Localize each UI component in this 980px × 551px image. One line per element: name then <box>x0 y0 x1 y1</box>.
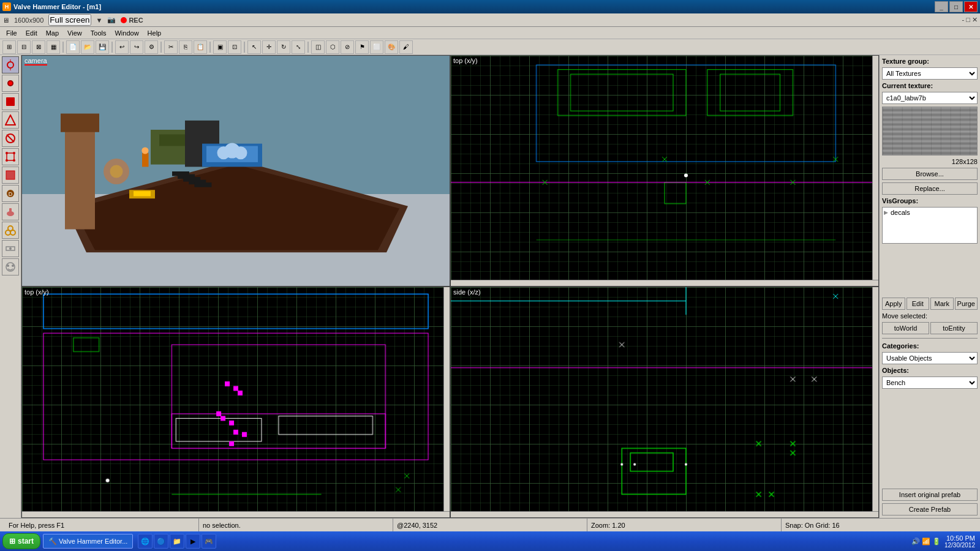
mark-button[interactable]: Mark <box>930 298 954 310</box>
browse-button[interactable]: Browse... <box>882 168 978 180</box>
tool-decal[interactable]: D <box>2 185 19 202</box>
toolbar-paste[interactable]: 📋 <box>194 40 207 54</box>
scrollbar-v-side[interactable] <box>872 287 878 517</box>
taskbar-icon-chrome[interactable]: 🔵 <box>154 534 168 549</box>
scrollbar-v-tr[interactable] <box>872 56 878 286</box>
visgroup-decals-label: decals <box>891 209 910 216</box>
create-prefab-button[interactable]: Create Prefab <box>882 503 978 515</box>
toolbar-grid-btn3[interactable]: ⊠ <box>32 40 45 54</box>
taskbar-app-hammer[interactable]: 🔨 Valve Hammer Editor... <box>43 534 133 549</box>
menu-file[interactable]: File <box>2 28 21 38</box>
to-world-button[interactable]: toWorld <box>882 322 929 334</box>
scrollbar-h-tl[interactable] <box>22 511 450 517</box>
toolbar-grid-btn1[interactable]: ⊞ <box>2 40 16 54</box>
tool-clip[interactable] <box>2 130 19 147</box>
toolbar-rotate[interactable]: ↻ <box>277 40 290 54</box>
toolbar-redo[interactable]: ↪ <box>130 40 143 54</box>
toolbar-new[interactable]: 📄 <box>66 40 80 54</box>
purge-button[interactable]: Purge <box>955 298 978 310</box>
menu-map[interactable]: Map <box>42 28 62 38</box>
toolbar-face[interactable]: ◫ <box>311 40 325 54</box>
to-entity-button[interactable]: toEntity <box>930 322 978 334</box>
toolbar-undo[interactable]: ↩ <box>115 40 129 54</box>
toolbar-move[interactable]: ✛ <box>262 40 276 54</box>
toolbar-save[interactable]: 💾 <box>96 40 109 54</box>
help-text: For Help, press F1 <box>9 522 64 529</box>
insert-prefab-button[interactable]: Insert original prefab <box>882 489 978 501</box>
toolbar-entity[interactable]: ⚑ <box>355 40 369 54</box>
toolbar-vertex[interactable]: ⬡ <box>326 40 339 54</box>
visgroup-decals: ▶ decals <box>884 209 976 216</box>
tool-block[interactable] <box>2 93 19 110</box>
title-bar-controls[interactable]: _ □ ✕ <box>935 1 978 12</box>
toolbar-ungroup[interactable]: ⊡ <box>228 40 241 54</box>
taskbar-clock: 10:50 PM 12/30/2012 <box>944 534 975 549</box>
tool-misc1[interactable] <box>2 240 19 257</box>
top-right-viewport[interactable]: top (x/y) <box>450 55 879 287</box>
toolbar-open[interactable]: 📂 <box>81 40 94 54</box>
menu-tools[interactable]: Tools <box>87 28 110 38</box>
zoom-text: Zoom: 1.20 <box>591 522 625 529</box>
svg-rect-5 <box>6 97 15 106</box>
taskbar-icon-media[interactable]: ▶ <box>186 534 200 549</box>
start-button[interactable]: ⊞ start <box>2 533 40 549</box>
toolbar-sep2 <box>111 42 113 53</box>
texture-action-row: Apply Edit Mark Purge <box>882 298 978 310</box>
replace-button[interactable]: Replace... <box>882 182 978 195</box>
minimize-button[interactable]: _ <box>935 1 948 12</box>
side-viewport[interactable]: side (x/z) <box>450 287 879 518</box>
camera-viewport[interactable]: camera <box>21 55 450 287</box>
monitor-bar: 🖥 980x551 Full screen ▼ 📷 REC - □ ✕ <box>0 13 980 27</box>
svg-point-10 <box>6 152 8 154</box>
toolbar-apply[interactable]: 🎨 <box>385 40 398 54</box>
menu-edit[interactable]: Edit <box>22 28 41 38</box>
menu-help[interactable]: Help <box>144 28 165 38</box>
tool-vertex[interactable] <box>2 148 19 165</box>
toolbar-clip[interactable]: ⊘ <box>341 40 354 54</box>
resolution-display: 980x551 <box>14 17 43 24</box>
tool-group[interactable] <box>2 222 19 239</box>
toolbar-scale[interactable]: ⤡ <box>292 40 305 54</box>
menu-window[interactable]: Window <box>111 28 142 38</box>
toolbar-block[interactable]: ⬜ <box>370 40 383 54</box>
svg-point-23 <box>9 247 12 250</box>
texture-preview <box>882 107 978 156</box>
tool-camera[interactable] <box>2 56 19 73</box>
rec-dot <box>121 17 127 23</box>
toolbar-grid-btn2[interactable]: ⊟ <box>17 40 31 54</box>
current-texture-dropdown[interactable]: c1a0_labw7b <box>882 92 978 104</box>
taskbar-icon-folder[interactable]: 📁 <box>170 534 184 549</box>
toolbar-cut[interactable]: ✂ <box>164 40 178 54</box>
tool-face[interactable] <box>2 167 19 184</box>
toolbar-paint[interactable]: 🖌 <box>399 40 413 54</box>
apply-button[interactable]: Apply <box>882 298 905 310</box>
taskbar-icons: 🔊 📶 🔋 <box>911 538 941 545</box>
fullscreen-button[interactable]: Full screen <box>48 14 91 26</box>
scrollbar-h-tr[interactable] <box>451 280 878 286</box>
taskbar-icon-steam[interactable]: 🎮 <box>202 534 216 549</box>
tool-entity[interactable] <box>2 111 19 129</box>
categories-dropdown[interactable]: Usable Objects <box>882 352 978 364</box>
right-panel: Texture group: All Textures Current text… <box>879 55 980 518</box>
toolbar-copy[interactable]: ⎘ <box>179 40 192 54</box>
objects-dropdown[interactable]: Bench <box>882 377 978 389</box>
edit-button[interactable]: Edit <box>907 298 930 310</box>
tool-select[interactable] <box>2 75 19 92</box>
toolbar-group[interactable]: ▣ <box>213 40 227 54</box>
close-button[interactable]: ✕ <box>964 1 978 12</box>
svg-rect-9 <box>7 153 14 160</box>
taskbar-icon-ie[interactable]: 🌐 <box>138 534 153 549</box>
scrollbar-v-tl[interactable] <box>443 287 450 517</box>
toolbar-compile[interactable]: ⚙ <box>145 40 158 54</box>
maximize-button[interactable]: □ <box>949 1 963 12</box>
move-selected-row: Move selected: <box>882 312 978 320</box>
scrollbar-h-side[interactable] <box>451 511 878 517</box>
divider1 <box>882 338 978 339</box>
tool-paint[interactable] <box>2 203 19 220</box>
toolbar-select[interactable]: ↖ <box>247 40 261 54</box>
texture-group-dropdown[interactable]: All Textures <box>882 67 978 80</box>
toolbar-grid-btn4[interactable]: ▦ <box>47 40 60 54</box>
top-left-viewport[interactable]: top (x/y) <box>21 287 450 518</box>
menu-view[interactable]: View <box>64 28 86 38</box>
tool-misc2[interactable] <box>2 258 19 276</box>
